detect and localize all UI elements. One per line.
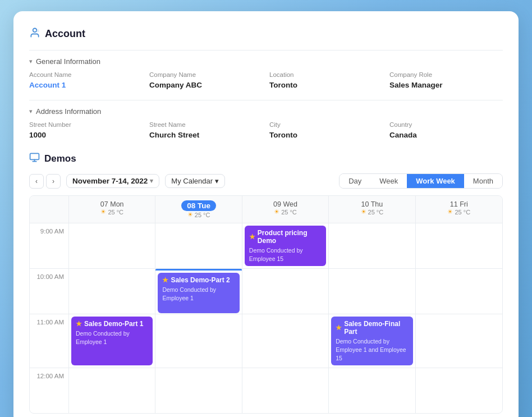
header-tue: 08 Tue ☀ 25 °C <box>155 196 242 223</box>
event-sales-demo-part2[interactable]: ★ Sales Demo-Part 2 Demo Conducted byEmp… <box>158 273 239 313</box>
main-card: Account ▾ General Information Account Na… <box>13 11 519 417</box>
demos-section: Demos ‹ › November 7-14, 2022 ▾ My Calen… <box>29 152 503 414</box>
general-info-label: General Information <box>36 57 100 66</box>
account-name-field: Account Name Account 1 <box>29 71 143 90</box>
wed-temp: 25 °C <box>281 209 297 216</box>
demos-title-text: Demos <box>44 153 76 164</box>
tab-work-week[interactable]: Work Week <box>407 174 464 188</box>
mon-weather: ☀ 25 °C <box>72 208 152 216</box>
demos-icon <box>29 152 40 166</box>
time-label-11am: 11:00 AM <box>30 314 69 368</box>
cell-mon-12am <box>69 368 155 413</box>
address-info-row: Street Number 1000 Street Name Church St… <box>29 121 503 148</box>
cell-wed-9am[interactable]: ★ Product pricing Demo Demo Conducted by… <box>242 223 329 268</box>
mon-temp: 25 °C <box>108 209 123 216</box>
tab-week[interactable]: Week <box>370 174 407 188</box>
account-icon <box>29 27 40 41</box>
event-title-sales-demo-final: ★ Sales Demo-Final Part <box>336 320 408 336</box>
company-name-label: Company Name <box>149 71 263 78</box>
street-number-label: Street Number <box>29 121 143 128</box>
star-icon: ★ <box>249 233 255 241</box>
wed-label: 09 Wed <box>246 200 325 208</box>
time-row-11am: 11:00 AM ★ Sales Demo-Part 1 Demo Conduc… <box>30 314 502 368</box>
star-icon-3: ★ <box>76 320 82 328</box>
star-icon-4: ★ <box>336 324 342 332</box>
event-sub-product-pricing: Demo Conducted byEmployee 15 <box>249 246 322 263</box>
tab-month[interactable]: Month <box>464 174 502 188</box>
thu-weather: ☀ 25 °C <box>332 208 411 216</box>
event-title-text-2: Sales Demo-Part 2 <box>171 276 230 284</box>
prev-button[interactable]: ‹ <box>29 174 44 189</box>
country-label: Country <box>389 121 503 128</box>
cell-tue-9am <box>155 223 242 268</box>
account-title: Account <box>45 28 85 40</box>
cell-wed-11am <box>242 314 329 368</box>
general-info-group: ▾ General Information Account Name Accou… <box>29 50 503 98</box>
general-chevron-icon: ▾ <box>29 58 33 65</box>
tue-weather-display: ☀ 25 °C <box>159 211 238 218</box>
cell-wed-10am <box>242 269 329 314</box>
blue-indicator-line <box>155 269 241 271</box>
country-value: Canada <box>389 131 417 139</box>
account-name-value[interactable]: Account 1 <box>29 81 66 89</box>
fri-label: 11 Fri <box>419 200 499 208</box>
cell-tue-10am[interactable]: ★ Sales Demo-Part 2 Demo Conducted byEmp… <box>155 269 242 314</box>
cell-fri-11am <box>416 314 502 368</box>
location-label: Location <box>269 71 383 78</box>
cell-mon-11am[interactable]: ★ Sales Demo-Part 1 Demo Conducted byEmp… <box>69 314 155 368</box>
event-sales-demo-final[interactable]: ★ Sales Demo-Final Part Demo Conducted b… <box>331 317 412 365</box>
sun-icon-wed: ☀ <box>274 208 279 216</box>
date-range-arrow-icon: ▾ <box>150 177 153 185</box>
company-role-label: Company Role <box>389 71 503 78</box>
company-name-field: Company Name Company ABC <box>149 71 263 90</box>
date-range-picker[interactable]: November 7-14, 2022 ▾ <box>66 174 159 188</box>
street-number-field: Street Number 1000 <box>29 121 143 140</box>
street-number-value: 1000 <box>29 131 46 139</box>
time-label-12am: 12:00 AM <box>30 368 69 413</box>
tab-day[interactable]: Day <box>340 174 370 188</box>
event-title-product-pricing: ★ Product pricing Demo <box>249 229 322 245</box>
next-button[interactable]: › <box>46 174 61 189</box>
svg-rect-2 <box>30 153 39 159</box>
date-range-text: November 7-14, 2022 <box>72 177 148 185</box>
location-field: Location Toronto <box>269 71 383 90</box>
cell-thu-12am <box>329 368 415 413</box>
event-title-text-3: Sales Demo-Part 1 <box>84 320 143 328</box>
cell-thu-9am <box>329 223 415 268</box>
general-info-row: Account Name Account 1 Company Name Comp… <box>29 71 503 98</box>
cell-fri-12am <box>416 368 502 413</box>
star-icon-2: ★ <box>162 276 168 284</box>
event-title-sales-demo-1: ★ Sales Demo-Part 1 <box>76 320 148 328</box>
calendar-toolbar: ‹ › November 7-14, 2022 ▾ My Calendar ▾ … <box>29 173 503 189</box>
general-info-header[interactable]: ▾ General Information <box>29 57 503 66</box>
time-row-12am: 12:00 AM <box>30 368 502 413</box>
calendar-name-text: My Calendar <box>171 177 213 185</box>
cell-thu-11am[interactable]: ★ Sales Demo-Final Part Demo Conducted b… <box>329 314 415 368</box>
event-sub-sales-demo-1: Demo Conducted byEmployee 1 <box>76 329 148 346</box>
time-row-9am: 9:00 AM ★ Product pricing Demo Demo Cond… <box>30 223 502 269</box>
event-sales-demo-part1[interactable]: ★ Sales Demo-Part 1 Demo Conducted byEmp… <box>71 317 153 365</box>
calendar-selector[interactable]: My Calendar ▾ <box>165 174 225 188</box>
event-sub-sales-demo-2: Demo Conducted byEmployee 1 <box>162 286 235 302</box>
time-label-9am: 9:00 AM <box>30 223 69 268</box>
mon-label: 07 Mon <box>72 200 152 208</box>
svg-point-0 <box>33 29 37 33</box>
event-sub-sales-demo-final: Demo Conducted byEmployee 1 and Employee… <box>336 337 408 362</box>
address-info-header[interactable]: ▾ Address Information <box>29 107 503 116</box>
city-field: City Toronto <box>269 121 383 140</box>
event-product-pricing-demo[interactable]: ★ Product pricing Demo Demo Conducted by… <box>245 226 326 266</box>
cell-tue-11am <box>155 314 242 368</box>
cell-mon-10am <box>69 269 155 314</box>
street-name-field: Street Name Church Street <box>149 121 263 140</box>
cell-mon-9am <box>69 223 155 268</box>
account-name-label: Account Name <box>29 71 143 78</box>
address-chevron-icon: ▾ <box>29 108 33 115</box>
calendar-grid: 07 Mon ☀ 25 °C 08 Tue ☀ 25 °C 09 Wed <box>29 195 503 414</box>
fri-temp: 25 °C <box>455 209 470 216</box>
event-title-text-4: Sales Demo-Final Part <box>344 320 408 336</box>
cell-wed-12am <box>242 368 329 413</box>
sun-icon-mon: ☀ <box>100 208 106 216</box>
event-title-text: Product pricing Demo <box>258 229 322 245</box>
cell-tue-12am <box>155 368 242 413</box>
time-header-cell <box>30 196 69 223</box>
